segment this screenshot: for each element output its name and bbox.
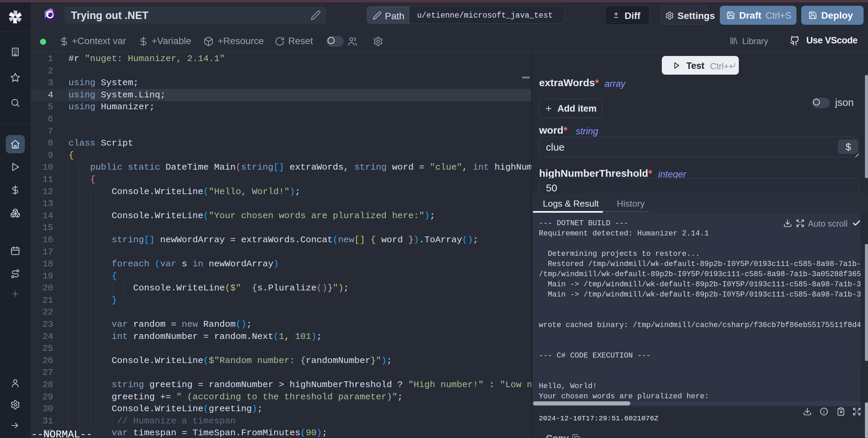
svg-text:#: # <box>52 13 54 18</box>
